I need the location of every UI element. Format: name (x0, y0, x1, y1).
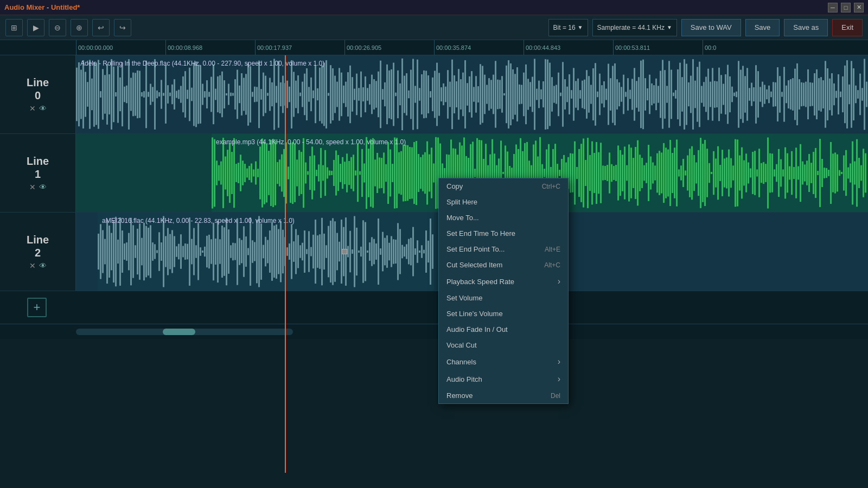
svg-rect-271 (664, 70, 666, 119)
track-visibility-icon-2[interactable]: 👁 (39, 261, 47, 270)
close-window-button[interactable]: ✕ (854, 3, 864, 12)
svg-rect-784 (352, 249, 353, 254)
track-close-icon-2[interactable]: ✕ (29, 261, 36, 270)
svg-rect-253 (625, 92, 627, 97)
svg-rect-548 (609, 152, 610, 193)
ctx-set-volume[interactable]: Set Volume (439, 290, 568, 306)
svg-rect-32 (145, 61, 147, 129)
svg-rect-690 (148, 228, 149, 275)
svg-rect-183 (473, 87, 475, 101)
ctx-channels[interactable]: Channels (439, 353, 568, 370)
play-button[interactable]: ▶ (27, 19, 44, 36)
svg-rect-11 (100, 91, 101, 98)
position-handle[interactable] (342, 249, 347, 254)
maximize-button[interactable]: □ (841, 3, 851, 12)
ctx-set-lines-volume[interactable]: Set Line's Volume (439, 306, 568, 322)
svg-rect-551 (615, 165, 617, 181)
stop-button[interactable]: ⊖ (49, 19, 66, 36)
svg-rect-342 (818, 78, 820, 111)
svg-rect-195 (499, 80, 501, 108)
track-content-0[interactable]: Adele - Rolling In the Deep.flac (44.1KH… (76, 55, 868, 133)
save-button[interactable]: Save (745, 19, 780, 36)
svg-rect-728 (230, 245, 232, 258)
svg-rect-282 (688, 82, 690, 106)
ctx-remove[interactable]: Remove Del (439, 388, 568, 403)
svg-rect-258 (636, 81, 637, 107)
track-close-icon-1[interactable]: ✕ (29, 183, 36, 191)
svg-rect-755 (289, 243, 290, 260)
svg-rect-804 (395, 240, 397, 264)
add-track-button[interactable]: + (27, 298, 47, 317)
scrollbar-thumb[interactable] (163, 329, 195, 335)
svg-rect-443 (381, 158, 382, 188)
ctx-set-end-time[interactable]: Set End Time To Here (439, 226, 568, 241)
ctx-split-here[interactable]: Split Here (439, 194, 568, 210)
svg-rect-695 (158, 232, 160, 271)
track-0-clip-label: Adele - Rolling In the Deep.flac (44.1KH… (80, 60, 324, 67)
bit-control[interactable]: Bit = 16 ▼ (548, 19, 588, 36)
svg-rect-379 (242, 160, 244, 185)
svg-rect-315 (760, 87, 761, 101)
minimize-button[interactable]: ─ (828, 3, 838, 12)
svg-rect-579 (676, 139, 678, 206)
ctx-move-to[interactable]: Move To... (439, 210, 568, 226)
svg-rect-72 (232, 93, 234, 95)
panel-toggle-button[interactable]: ⊞ (5, 19, 23, 36)
svg-rect-311 (751, 83, 752, 106)
track-close-icon-0[interactable]: ✕ (29, 104, 36, 113)
scrollbar-track[interactable] (76, 329, 293, 335)
scrollbar-area[interactable] (0, 324, 868, 339)
svg-rect-322 (775, 82, 776, 106)
svg-rect-370 (222, 138, 224, 208)
ctx-copy[interactable]: Copy Ctrl+C (439, 178, 568, 194)
samplerate-dropdown-icon[interactable]: ▼ (667, 24, 672, 30)
svg-rect-277 (677, 69, 679, 119)
svg-rect-204 (519, 85, 520, 104)
svg-rect-637 (802, 162, 803, 185)
ctx-audio-pitch[interactable]: Audio Pitch (439, 370, 568, 388)
svg-rect-113 (321, 65, 323, 124)
svg-rect-565 (646, 163, 647, 183)
svg-rect-525 (559, 170, 560, 176)
svg-rect-288 (701, 86, 703, 102)
save-as-button[interactable]: Save as (784, 19, 828, 36)
bit-dropdown-icon[interactable]: ▼ (578, 24, 583, 30)
svg-rect-542 (596, 142, 597, 204)
timeline-ruler[interactable]: 00:00:00.00000:00:08.96800:00:17.93700:0… (0, 40, 868, 55)
svg-rect-789 (362, 220, 364, 282)
track-visibility-icon-0[interactable]: 👁 (39, 104, 47, 113)
svg-rect-164 (432, 78, 433, 111)
samplerate-control[interactable]: Samplerate = 44.1 KHz ▼ (592, 19, 677, 36)
ctx-playback-speed[interactable]: Playback Speed Rate (439, 273, 568, 290)
svg-rect-581 (680, 165, 682, 180)
svg-rect-742 (260, 223, 262, 280)
ctx-cut-selected[interactable]: Cut Selected Item Alt+C (439, 257, 568, 273)
track-visibility-icon-1[interactable]: 👁 (39, 183, 47, 191)
svg-rect-663 (858, 158, 860, 188)
svg-rect-632 (791, 151, 793, 195)
svg-rect-472 (444, 168, 445, 178)
ctx-set-end-point[interactable]: Set End Point To... Alt+E (439, 241, 568, 257)
svg-rect-175 (456, 81, 457, 107)
undo-button[interactable]: ↩ (92, 19, 110, 36)
redo-button[interactable]: ↪ (114, 19, 131, 36)
svg-rect-693 (154, 244, 156, 259)
svg-rect-252 (623, 75, 624, 114)
svg-rect-206 (523, 73, 525, 116)
svg-rect-300 (727, 65, 729, 124)
svg-rect-199 (508, 60, 509, 129)
save-wav-button[interactable]: Save to WAV (681, 19, 741, 36)
ctx-vocal-cut[interactable]: Vocal Cut (439, 337, 568, 353)
svg-rect-374 (231, 152, 233, 194)
svg-rect-461 (420, 157, 422, 189)
svg-rect-614 (752, 152, 754, 194)
svg-rect-307 (742, 66, 744, 123)
exit-button[interactable]: Exit (832, 19, 863, 36)
svg-rect-668 (100, 224, 101, 279)
svg-rect-544 (600, 143, 602, 203)
svg-rect-184 (475, 76, 477, 113)
add-button[interactable]: ⊕ (71, 19, 88, 36)
svg-rect-338 (809, 82, 811, 106)
ctx-audio-fade[interactable]: Audio Fade In / Out (439, 322, 568, 337)
svg-rect-268 (658, 86, 659, 102)
